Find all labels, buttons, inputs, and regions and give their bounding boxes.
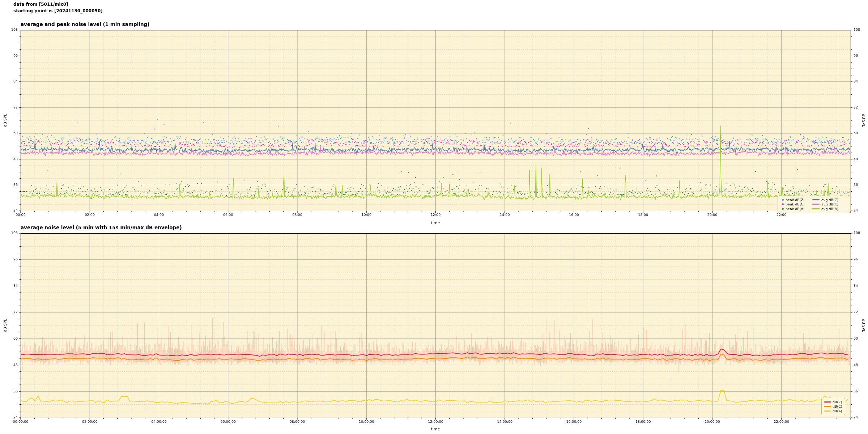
noise-charts-canvas <box>0 0 868 434</box>
header-line1: data from [5011/mic0] <box>13 2 68 7</box>
legend-entry-peak-dba: peak dB(A) <box>780 207 812 211</box>
avg-dbz-line-icon <box>812 199 820 200</box>
chart2-title: average noise level (5 min with 15s min/… <box>21 225 182 230</box>
legend-entry-dbz: dB(Z) <box>824 400 842 404</box>
dbc-line-icon <box>824 406 831 407</box>
chart2-ylabel-left: dB SPL <box>3 319 7 332</box>
legend-label-dba: dB(A) <box>833 409 842 413</box>
chart1-ylabel-left: dB SPL <box>3 114 7 127</box>
legend-entry-peak-dbz: peak dB(Z) <box>780 198 812 202</box>
peak-dbz-marker-icon <box>782 199 784 201</box>
legend-label-peak-dbc: peak dB(C) <box>786 202 805 207</box>
legend-label-peak-dba: peak dB(A) <box>786 207 805 211</box>
legend-entry-dbc: dB(C) <box>824 404 842 409</box>
legend-label-avg-dbz: avg dB(Z) <box>821 198 838 202</box>
chart1-ylabel-right: dB SPL <box>861 114 866 127</box>
legend-label-dbc: dB(C) <box>833 404 842 409</box>
legend-entry-avg-dba: avg dB(A) <box>812 207 847 211</box>
dbz-line-icon <box>824 401 831 403</box>
chart2-legend: dB(Z) dB(C) dB(A) <box>821 398 845 415</box>
legend-entry-peak-dbc: peak dB(C) <box>780 202 812 207</box>
legend-entry-avg-dbz: avg dB(Z) <box>812 198 847 202</box>
chart2-ylabel-right: dB SPL <box>861 319 866 332</box>
legend-entry-dba: dB(A) <box>824 409 842 413</box>
legend-label-peak-dbz: peak dB(Z) <box>786 198 805 202</box>
avg-dbc-line-icon <box>812 204 820 205</box>
header-line2: starting point is [20241130_000050] <box>13 8 103 13</box>
avg-dba-line-icon <box>812 208 820 209</box>
legend-entry-avg-dbc: avg dB(C) <box>812 202 847 207</box>
chart1-xlabel: time <box>431 221 440 225</box>
chart1-legend: peak dB(Z) avg dB(Z) peak dB(C) avg dB(C… <box>778 196 850 213</box>
legend-label-avg-dbc: avg dB(C) <box>821 202 838 207</box>
chart2-xlabel: time <box>431 427 440 431</box>
noise-monitor-page: data from [5011/mic0] starting point is … <box>0 0 868 434</box>
peak-dbc-marker-icon <box>782 203 784 205</box>
peak-dba-marker-icon <box>782 208 784 210</box>
chart1-title: average and peak noise level (1 min samp… <box>21 21 149 27</box>
legend-label-dbz: dB(Z) <box>833 400 842 404</box>
dba-line-icon <box>824 410 831 412</box>
legend-label-avg-dba: avg dB(A) <box>821 207 838 211</box>
